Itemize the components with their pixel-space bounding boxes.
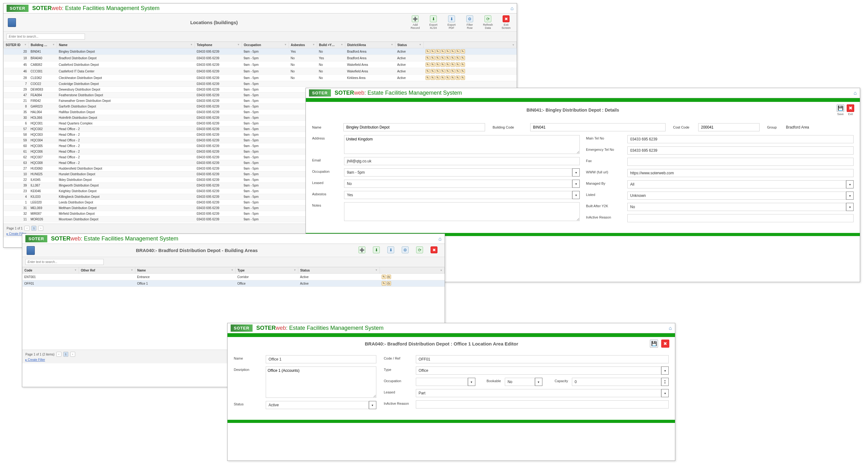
row-action-icon[interactable]: ✎ [426,49,430,54]
row-action-icon[interactable]: ✎ [441,62,445,67]
ed-name-field[interactable] [266,355,376,363]
dropdown-icon[interactable]: ▾ [846,192,854,200]
column-header[interactable]: Type▼ [236,267,298,274]
row-action-icon[interactable]: ✎ [426,62,430,67]
address-field[interactable] [344,135,580,154]
table-row[interactable]: 28CLE062Cleckheaton Distribution Depot03… [4,75,517,81]
cost-code-field[interactable] [698,123,760,131]
notes-field[interactable] [344,202,580,221]
refresh-data-button[interactable]: ⟳Refresh Data [482,16,494,29]
ed-leased-field[interactable] [416,389,661,397]
inactive-reason-field[interactable] [627,214,854,222]
column-header[interactable]: SOTER ID▼ [4,42,29,48]
filter-row-button[interactable]: ⚙Filter Row [463,16,476,29]
export-xlsx-button[interactable]: ⬇ [370,246,382,254]
exit-screen-button[interactable]: ✖Exit Screen [500,16,512,29]
column-header[interactable]: Building …▼ [29,42,57,48]
row-action-icon[interactable]: ✎ [426,76,430,80]
leased-field[interactable] [344,180,572,188]
dropdown-icon[interactable]: ▾ [468,378,475,386]
column-header[interactable]: Status▼ [298,267,380,274]
row-action-icon[interactable]: ✎ [445,76,450,80]
row-action-icon[interactable]: ✎ [445,69,450,74]
table-row[interactable]: 7COO22Cookridge Distribution Depot03433 … [4,81,517,87]
ed-capacity-field[interactable] [572,378,661,386]
column-header[interactable]: Telephone▼ [195,42,242,48]
pager-next-button[interactable]: › [38,226,43,231]
column-header[interactable]: Code▼ [23,267,79,274]
dropdown-icon[interactable]: ▾ [846,180,854,188]
name-field[interactable] [343,123,485,131]
row-action-icon[interactable]: ✎ [451,69,455,74]
row-action-icon[interactable]: ✎ [451,56,455,60]
row-action-icon[interactable]: ✎ [441,69,445,74]
asbestos-field[interactable] [344,191,572,199]
column-header[interactable]: District/Area▼ [345,42,396,48]
row-action-icon[interactable]: ✎ [431,49,435,54]
column-header[interactable]: Asbestos▼ [289,42,317,48]
occupation-field[interactable] [344,168,572,176]
table-row[interactable]: OFF01Office 1OfficeActive✎🗀 [23,280,445,287]
close-icon[interactable]: ✖ [661,340,669,348]
row-action-icon[interactable]: ✎ [461,62,465,67]
email-field[interactable] [344,157,580,165]
column-header[interactable]: Build >Y…▼ [317,42,345,48]
ed-type-field[interactable] [416,367,661,375]
row-action-icon[interactable]: ✎ [436,69,440,74]
built-y2k-field[interactable] [627,203,846,211]
ed-status-field[interactable] [266,401,369,409]
column-header[interactable]: Other Ref▼ [79,267,135,274]
spinner-icon[interactable]: ▴▾ [661,378,669,386]
row-action-icon[interactable]: ✎ [456,69,460,74]
row-action-icon[interactable]: ✎ [441,49,445,54]
fax-field[interactable] [627,158,854,166]
ed-occupation-field[interactable] [416,378,468,386]
export-pdf-button[interactable]: ⬇Export PDF [445,16,458,29]
column-header[interactable]: Name▼ [57,42,195,48]
pager-prev-button[interactable]: ‹ [56,352,61,357]
ed-inactive-field[interactable] [416,400,669,409]
table-row[interactable]: 46CCC001Castleford IT Data Center03433 6… [4,68,517,75]
row-action-icon[interactable]: ✎ [461,56,465,60]
row-action-icon[interactable]: ✎ [445,62,450,67]
row-action-icon[interactable]: ✎ [451,62,455,67]
column-header[interactable]: ▼ [424,42,517,48]
row-action-icon[interactable]: ✎ [431,62,435,67]
close-button[interactable]: ✖ [428,246,440,254]
row-action-icon[interactable]: ✎ [445,56,450,60]
row-action-icon[interactable]: ✎ [431,56,435,60]
row-action-icon[interactable]: ✎ [456,49,460,54]
dropdown-icon[interactable]: ▾ [661,389,669,397]
managed-by-field[interactable] [627,180,846,188]
row-action-icon[interactable]: ✎ [456,56,460,60]
row-action-icon[interactable]: ✎ [461,49,465,54]
dropdown-icon[interactable]: ▾ [661,367,669,375]
row-action-icon[interactable]: ✎ [436,49,440,54]
row-action-icon[interactable]: ✎ [445,49,450,54]
row-action-icon[interactable]: ✎ [436,76,440,80]
delete-icon[interactable]: 🗀 [387,281,391,286]
column-header[interactable]: Status▼ [396,42,424,48]
locations-search-input[interactable] [7,33,85,39]
pager-page-1[interactable]: 1 [31,226,36,231]
pager-prev-button[interactable]: ‹ [25,226,29,231]
building-code-field[interactable] [530,123,665,131]
row-action-icon[interactable]: ✎ [461,69,465,74]
save-button[interactable]: 💾Save [837,105,844,116]
table-row[interactable]: 20BIN041Bingley Distribution Depot03433 … [4,48,517,55]
listed-field[interactable] [627,192,846,200]
dropdown-icon[interactable]: ▾ [572,180,580,188]
row-action-icon[interactable]: ✎ [456,62,460,67]
row-action-icon[interactable]: ✎ [451,76,455,80]
row-action-icon[interactable]: ✎ [431,76,435,80]
row-action-icon[interactable]: ✎ [461,76,465,80]
create-filter-link[interactable]: Create Filter [25,358,45,361]
pager-page-1[interactable]: 1 [63,352,68,357]
www-field[interactable] [627,169,854,177]
row-action-icon[interactable]: ✎ [436,56,440,60]
table-row[interactable]: 45CAB082Castleford Distribution Depot034… [4,61,517,68]
main-tel-field[interactable] [627,135,854,143]
home-icon[interactable]: ⌂ [854,90,857,96]
areas-search-input[interactable] [25,259,104,265]
row-action-icon[interactable]: ✎ [436,62,440,67]
